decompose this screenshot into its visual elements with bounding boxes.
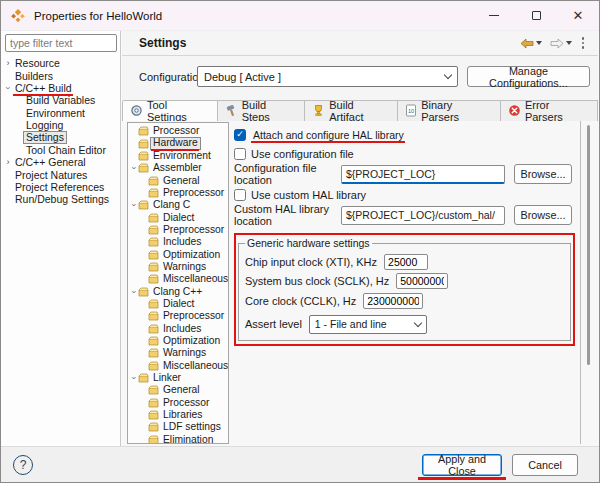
tool-tree-item[interactable]: › Preprocessor	[130, 310, 228, 322]
sidebar-tree-item[interactable]: › Resource	[3, 57, 120, 69]
tool-tree-item[interactable]: › LDF settings	[130, 421, 228, 433]
back-arrow-icon	[520, 38, 534, 49]
tool-tree-item[interactable]: › Includes	[130, 236, 228, 248]
tool-tree-item-label: Dialect	[161, 298, 196, 310]
sidebar-tree-item[interactable]: › C/C++ Build	[3, 82, 120, 94]
tool-tree-item[interactable]: › Processor	[130, 397, 228, 409]
settings-page-icon	[148, 324, 159, 334]
use-custom-hal-checkbox[interactable]	[234, 189, 246, 201]
tool-tree-item[interactable]: › Elimination	[130, 434, 228, 444]
tool-tree-item[interactable]: › Environment	[130, 150, 228, 162]
sidebar-tree-item[interactable]: › Builders	[3, 69, 120, 81]
use-config-file-label: Use configuration file	[251, 148, 354, 160]
tool-settings-tree: › Processor › Hardwar	[127, 122, 229, 444]
vertical-scrollbar-thumb[interactable]	[587, 125, 590, 365]
sidebar-tree-item[interactable]: › Build Variables	[3, 94, 120, 106]
help-button[interactable]: ?	[13, 455, 33, 475]
sidebar-tree-item[interactable]: › Run/Debug Settings	[3, 193, 120, 205]
sidebar-tree-item[interactable]: › Tool Chain Editor	[3, 144, 120, 156]
sidebar-tree-item[interactable]: › Logging	[3, 119, 120, 131]
page-title: Settings	[139, 36, 186, 50]
sidebar-tree-item[interactable]: › Project Natures	[3, 169, 120, 181]
tool-tree-item[interactable]: › Preprocessor	[130, 224, 228, 236]
manage-configurations-button[interactable]: Manage Configurations...	[467, 66, 590, 87]
tool-tree-item[interactable]: › Libraries	[130, 409, 228, 421]
tool-tree-item-label: Includes	[161, 236, 203, 248]
tool-tree-item[interactable]: › Linker	[130, 372, 228, 384]
sidebar-tree-item-label: Builders	[13, 70, 55, 82]
tool-tree-item[interactable]: › Clang C	[130, 199, 228, 211]
sidebar-tree-item[interactable]: › Environment	[3, 107, 120, 119]
sidebar-tree-item[interactable]: › C/C++ General	[3, 156, 120, 168]
tab-binary-parsers[interactable]: 10 Binary Parsers	[398, 100, 501, 122]
back-menu-caret-icon[interactable]	[536, 41, 542, 45]
assert-level-value: 1 - File and line	[315, 318, 415, 330]
sidebar-tree-item[interactable]: › Project References	[3, 181, 120, 193]
chevron-icon: ›	[3, 58, 13, 68]
tab-tool-settings[interactable]: Tool Settings	[122, 100, 218, 122]
tool-tree-item[interactable]: › Processor	[130, 125, 228, 137]
cancel-button[interactable]: Cancel	[512, 454, 578, 476]
custom-hal-browse-button[interactable]: Browse...	[514, 205, 572, 225]
config-file-location-input[interactable]	[341, 165, 505, 184]
tool-tree-item[interactable]: › General	[130, 384, 228, 396]
tool-tree-item[interactable]: › Hardware	[130, 137, 228, 149]
attach-hal-checkbox[interactable]: ✓	[234, 129, 246, 141]
tool-tree-item-label: Linker	[151, 372, 183, 384]
sidebar-tree-item[interactable]: › Settings	[3, 131, 120, 143]
view-menu-button[interactable]	[578, 37, 589, 49]
tab-build-artifact[interactable]: Build Artifact	[305, 100, 398, 122]
settings-page-icon	[148, 237, 159, 247]
group-title: Generic hardware settings	[245, 237, 372, 249]
tool-tree-item[interactable]: › Clang C++	[130, 285, 228, 297]
configuration-select[interactable]: Debug [ Active ]	[197, 66, 458, 87]
filter-input[interactable]	[5, 34, 117, 52]
maximize-button[interactable]	[515, 1, 557, 30]
sidebar-tree-item-label: Run/Debug Settings	[13, 193, 111, 205]
tool-tree-item[interactable]: › Assembler	[130, 162, 228, 174]
apply-and-close-button[interactable]: Apply and Close	[422, 454, 502, 476]
tool-tree-item[interactable]: › Dialect	[130, 211, 228, 223]
core-clock-row: Core clock (CCLK), Hz	[245, 293, 564, 309]
tool-tree-item[interactable]: › Miscellaneous	[130, 273, 228, 285]
tool-tree-item[interactable]: › Miscellaneous	[130, 360, 228, 372]
tool-tree-item[interactable]: › General	[130, 174, 228, 186]
use-config-file-checkbox[interactable]	[234, 148, 246, 160]
sidebar-tree-item-label: Build Variables	[24, 94, 97, 106]
assert-level-select[interactable]: 1 - File and line	[309, 315, 427, 334]
tool-tree-item-label: Includes	[161, 323, 203, 335]
tool-tree-item[interactable]: › Dialect	[130, 298, 228, 310]
system-bus-clock-input[interactable]	[396, 273, 448, 289]
use-custom-hal-row: Use custom HAL library	[234, 185, 579, 204]
chip-input-clock-input[interactable]	[384, 254, 428, 270]
config-file-browse-button[interactable]: Browse...	[514, 164, 572, 184]
attach-hal-label: Attach and configure HAL library	[251, 129, 406, 141]
tab-error-parsers[interactable]: Error Parsers	[501, 100, 598, 122]
forward-menu-caret-icon[interactable]	[566, 41, 572, 45]
close-button[interactable]: ✕	[557, 1, 599, 30]
tool-tree-item[interactable]: › Optimization	[130, 335, 228, 347]
tool-tree-item-label: Preprocessor	[161, 224, 226, 236]
tool-tree-item-label: Miscellaneous	[161, 273, 229, 285]
close-icon: ✕	[573, 9, 584, 22]
settings-page-icon	[148, 361, 159, 371]
tool-tree-item-label: Warnings	[161, 261, 208, 273]
forward-arrow-icon	[550, 38, 564, 49]
tool-tree-item[interactable]: › Includes	[130, 323, 228, 335]
back-button[interactable]	[518, 37, 544, 50]
core-clock-input[interactable]	[363, 293, 423, 309]
tool-tree-item[interactable]: › Warnings	[130, 347, 228, 359]
custom-hal-location-input[interactable]	[341, 206, 505, 225]
forward-button[interactable]	[548, 37, 574, 50]
minimize-button[interactable]	[473, 1, 515, 30]
tab-build-steps[interactable]: Build Steps	[218, 100, 306, 122]
tab-label: Binary Parsers	[421, 99, 492, 123]
tool-tree-item-label: Environment	[151, 150, 213, 162]
tool-tree-item[interactable]: › Optimization	[130, 248, 228, 260]
settings-page-icon	[138, 126, 149, 136]
tool-tree-item-label: Preprocessor	[161, 310, 226, 322]
tool-tree-item[interactable]: › Preprocessor	[130, 187, 228, 199]
tool-tree-item[interactable]: › Warnings	[130, 261, 228, 273]
tab-label: Build Steps	[242, 99, 297, 123]
settings-page-icon	[148, 336, 159, 346]
